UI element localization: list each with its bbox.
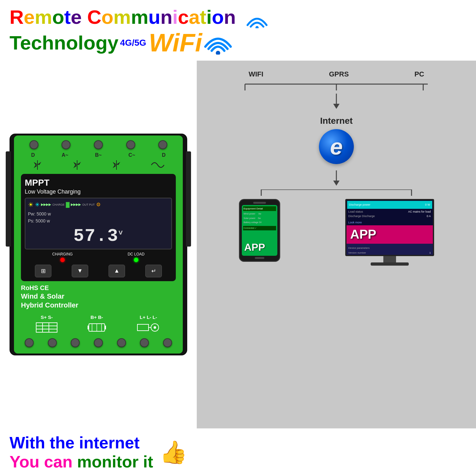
low-voltage-label: Low Voltage Charging bbox=[25, 188, 172, 195]
terminal-label-d1: D bbox=[31, 152, 35, 158]
title-char: R bbox=[10, 6, 24, 28]
screw bbox=[126, 140, 135, 149]
svg-marker-27 bbox=[333, 181, 340, 186]
terminal-label-d2: D bbox=[162, 152, 166, 158]
device-panel: D A~ B~ C~ D bbox=[0, 61, 197, 428]
phone-data-row: Battery voltage 0V bbox=[243, 220, 276, 225]
title-char: C bbox=[87, 6, 102, 28]
title-line1: Remote Communication bbox=[10, 6, 466, 28]
wind-symbol bbox=[110, 159, 123, 171]
svg-point-0 bbox=[255, 26, 259, 28]
terminal-label-b: B~ bbox=[95, 152, 102, 158]
screw bbox=[71, 338, 80, 347]
charging-indicator: CHARGING bbox=[52, 252, 73, 262]
title-char: m bbox=[35, 6, 52, 28]
monitor-app-label: APP bbox=[350, 227, 376, 241]
mount-bracket-left bbox=[6, 151, 11, 247]
display-panel: MPPT Low Voltage Charging ☀ ✳ ▶▶▶▶ CHARG… bbox=[21, 174, 176, 281]
load-symbol bbox=[136, 321, 161, 334]
gear-icon: ⚙ bbox=[96, 202, 101, 208]
svg-marker-25 bbox=[333, 104, 340, 109]
indicators-row: CHARGING DC LOAD bbox=[25, 252, 172, 262]
title-char: n bbox=[224, 6, 236, 28]
menu-button[interactable]: ⊞ bbox=[35, 265, 51, 277]
monitor-row-params: Device parameters bbox=[347, 244, 433, 251]
title-char: i bbox=[172, 6, 178, 28]
title-char: o bbox=[52, 6, 64, 28]
svg-point-1 bbox=[216, 51, 220, 55]
battery-symbol bbox=[87, 321, 106, 334]
enter-button[interactable]: ↵ bbox=[145, 265, 162, 277]
wind-turbine-symbols bbox=[18, 159, 179, 171]
wind-icon: ✳ bbox=[35, 201, 40, 208]
screw bbox=[48, 338, 57, 347]
internet-section: Internet e bbox=[209, 116, 463, 164]
pw-reading: Pw: 5000 w bbox=[28, 210, 169, 217]
phone-data-row: Wind power 0w bbox=[243, 212, 276, 216]
bottom-connection-lines-svg bbox=[219, 189, 454, 196]
monitor-value-d: 0 A bbox=[426, 215, 431, 218]
terminal-label-c: C~ bbox=[129, 152, 135, 158]
globe-icon: e bbox=[319, 129, 354, 164]
svg-point-18 bbox=[154, 326, 156, 329]
technology-text: Technology bbox=[10, 31, 118, 54]
dc-load-label: DC LOAD bbox=[128, 252, 144, 256]
monitor-row-discharge: Discharge Discharge 0 A bbox=[347, 214, 433, 218]
output-text: OUT PUT bbox=[82, 203, 95, 206]
connection-lines-svg bbox=[222, 81, 451, 90]
volt-unit: v bbox=[119, 229, 123, 237]
mount-bracket-right bbox=[186, 151, 191, 247]
phone-speaker bbox=[253, 202, 266, 204]
voltage-display: 57.3v bbox=[28, 226, 169, 246]
screw bbox=[158, 140, 167, 149]
phone-data-row: Solar power 0w bbox=[243, 216, 276, 221]
monitor-cyan-bar: Discharge power 0 W bbox=[347, 201, 432, 209]
title-char: t bbox=[200, 6, 207, 28]
sun-icon: ☀ bbox=[28, 201, 34, 208]
down-button[interactable]: ▼ bbox=[72, 265, 88, 277]
title-char: i bbox=[206, 6, 212, 28]
monitor-base bbox=[371, 262, 409, 266]
monitor-value-version: 1 bbox=[429, 251, 431, 254]
wind-symbol bbox=[31, 159, 44, 171]
solar-panel-symbol bbox=[36, 321, 58, 334]
arrow-down-devices bbox=[209, 170, 463, 186]
monitor-value-discharge: 0 W bbox=[425, 203, 430, 206]
voltage-value: 57.3 bbox=[73, 226, 118, 246]
battery-terminals: B+ B- bbox=[87, 314, 106, 334]
load-terminal-label: L+ L- L- bbox=[140, 314, 157, 320]
phone-home-button bbox=[255, 257, 264, 259]
gprs-label: GPRS bbox=[329, 70, 349, 78]
power-readings: Pw: 5000 w Ps: 5000 w bbox=[28, 210, 169, 225]
wifi-text: WiFi bbox=[149, 28, 202, 57]
solar-terminal-label: S+ S- bbox=[41, 314, 53, 320]
screw bbox=[117, 338, 126, 347]
down-arrow-svg bbox=[332, 94, 341, 109]
monitor-app-section: APP bbox=[347, 225, 433, 244]
phone-mockup: Equipment Detail Wind power 0w Solar pow… bbox=[239, 199, 280, 262]
bottom-connector-line bbox=[219, 189, 454, 196]
load-terminals: L+ L- L- bbox=[136, 314, 161, 334]
screw bbox=[140, 338, 149, 347]
battery-terminal-label: B+ B- bbox=[90, 314, 103, 320]
arrow-down-internet bbox=[209, 94, 463, 109]
dc-load-led bbox=[134, 258, 138, 262]
bottom-devices-row: Equipment Detail Wind power 0w Solar pow… bbox=[209, 199, 463, 266]
hybrid-label: Hybrid Controller bbox=[21, 301, 176, 309]
wave-symbol bbox=[150, 159, 166, 171]
solar-terminals: S+ S- bbox=[36, 314, 58, 334]
charge-arrows: ▶▶▶▶ bbox=[41, 202, 51, 207]
control-buttons-row: ⊞ ▼ ▲ ↵ bbox=[25, 265, 172, 277]
title-char: a bbox=[189, 6, 200, 28]
up-button[interactable]: ▲ bbox=[109, 265, 125, 277]
title-char: u bbox=[149, 6, 161, 28]
title-char: e bbox=[71, 6, 82, 28]
phone-screen-text: Equipment Detail Wind power 0w Solar pow… bbox=[243, 206, 276, 230]
phone-screen: Equipment Detail Wind power 0w Solar pow… bbox=[242, 205, 277, 256]
mppt-title: MPPT bbox=[25, 178, 172, 188]
wifi-dot-icon bbox=[204, 31, 232, 55]
monitor-label-discharge: Discharge power bbox=[349, 203, 425, 206]
diagram-panel: WIFI GPRS PC Internet e bbox=[197, 61, 476, 428]
screws-top-row bbox=[18, 140, 179, 149]
lcd-icons-row: ☀ ✳ ▶▶▶▶ CHARGE ▓ ▶▶▶▶ OUT PUT ⚙ bbox=[28, 201, 169, 208]
